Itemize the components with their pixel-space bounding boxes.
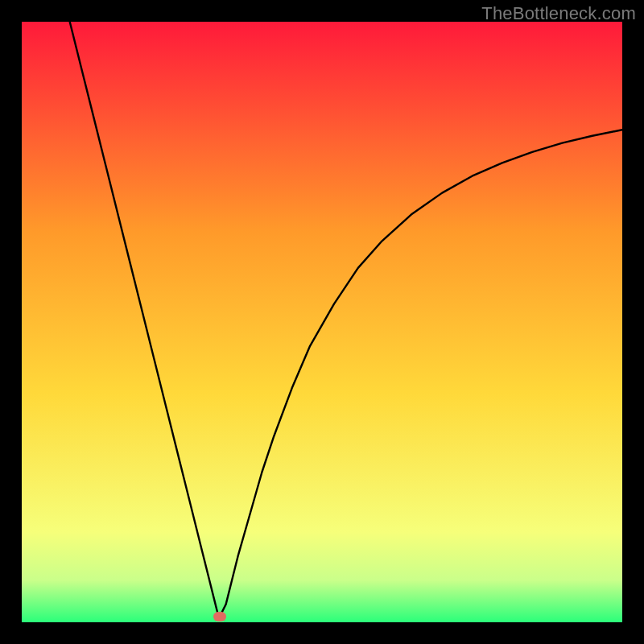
chart-frame: TheBottleneck.com (0, 0, 644, 644)
bottleneck-plot (22, 22, 622, 622)
gradient-background (22, 22, 622, 622)
watermark-label: TheBottleneck.com (481, 3, 636, 24)
plot-area (22, 22, 622, 622)
optimal-point-marker (213, 612, 226, 621)
